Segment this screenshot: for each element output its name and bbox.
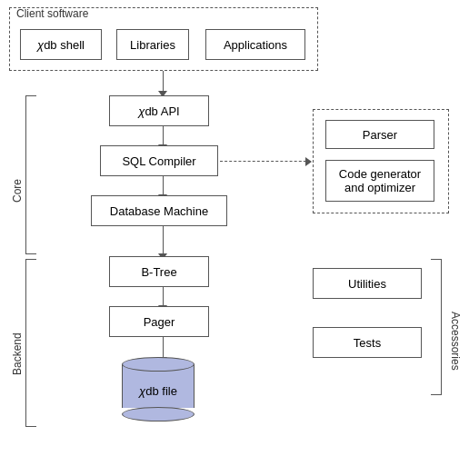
client-software-label: Client software — [16, 7, 88, 20]
code-gen-label: Code generator and optimizer — [332, 167, 428, 194]
applications-box: Applications — [205, 29, 305, 60]
arrow-db-to-btree — [158, 226, 167, 260]
xdb-shell-box: χdb shell — [20, 29, 102, 60]
xdb-file-label: χdb file — [139, 384, 177, 398]
arrow-compiler-to-parser — [220, 161, 311, 162]
core-label: Core — [11, 118, 24, 263]
parser-box: Parser — [325, 120, 434, 149]
backend-bracket — [25, 259, 36, 427]
arrow-client-to-api — [158, 71, 167, 97]
btree-label: B-Tree — [141, 265, 176, 279]
xdb-file-cylinder: χdb file — [122, 357, 195, 421]
database-machine-box: Database Machine — [91, 195, 227, 226]
pager-box: Pager — [109, 306, 209, 337]
xdb-api-box: χdb API — [109, 95, 209, 126]
utilities-label: Utilities — [348, 277, 386, 291]
sql-compiler-label: SQL Compiler — [122, 154, 195, 168]
applications-label: Applications — [224, 38, 287, 52]
accessories-bracket — [431, 259, 442, 395]
parser-label: Parser — [363, 128, 397, 142]
sql-compiler-box: SQL Compiler — [100, 145, 218, 176]
btree-box: B-Tree — [109, 256, 209, 287]
utilities-box: Utilities — [313, 268, 422, 299]
database-machine-label: Database Machine — [110, 204, 208, 218]
libraries-box: Libraries — [116, 29, 189, 60]
tests-label: Tests — [354, 336, 381, 350]
xdb-shell-label: χdb shell — [37, 38, 85, 52]
cyl-bottom — [122, 407, 195, 421]
pager-label: Pager — [144, 315, 175, 329]
tests-box: Tests — [313, 327, 422, 358]
cyl-top — [122, 357, 195, 372]
accessories-label: Accessories — [449, 282, 462, 400]
xdb-api-label: χdb API — [138, 104, 179, 118]
libraries-label: Libraries — [130, 38, 175, 52]
code-gen-box: Code generator and optimizer — [325, 160, 434, 202]
diagram: Client software χdb shell Libraries Appl… — [0, 0, 469, 476]
backend-label: Backend — [11, 286, 24, 422]
core-bracket — [25, 95, 36, 254]
